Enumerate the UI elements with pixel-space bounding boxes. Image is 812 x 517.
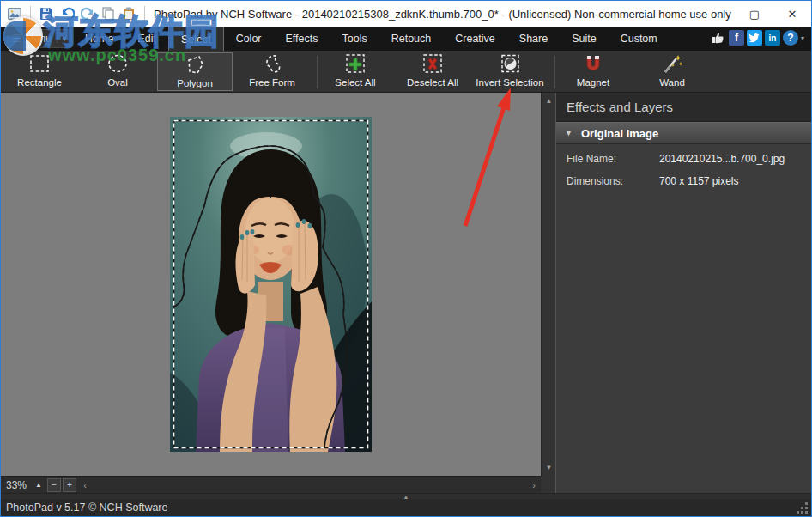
tab-creative[interactable]: Creative bbox=[443, 27, 507, 51]
button-label: Free Form bbox=[249, 77, 295, 88]
magnet-button[interactable]: Magnet bbox=[555, 52, 631, 91]
deselect-all-button[interactable]: Deselect All bbox=[395, 52, 470, 91]
titlebar-separator bbox=[30, 6, 31, 21]
vertical-scrollbar[interactable]: ▲ ▼ bbox=[541, 93, 555, 476]
linkedin-icon[interactable]: in bbox=[765, 30, 780, 46]
tab-home[interactable]: Home bbox=[73, 27, 125, 51]
window-title: PhotoPad by NCH Software - 2014021021530… bbox=[154, 8, 731, 21]
freeform-select-icon bbox=[259, 52, 285, 76]
like-icon[interactable] bbox=[711, 30, 726, 46]
zoom-dropdown-icon[interactable]: ▲ bbox=[32, 478, 45, 492]
social-links: f in ? ▾ bbox=[711, 30, 804, 46]
redo-icon[interactable] bbox=[79, 5, 96, 22]
panel-title: Effects and Layers bbox=[556, 93, 811, 122]
button-label: Wand bbox=[659, 77, 685, 88]
original-image-layer-header[interactable]: ▼ Original Image bbox=[556, 122, 811, 144]
field-label: File Name: bbox=[567, 153, 659, 165]
statusbar: PhotoPad v 5.17 © NCH Software bbox=[1, 499, 811, 516]
button-label: Oval bbox=[107, 77, 128, 88]
dimensions-row: Dimensions: 700 x 1157 pixels bbox=[556, 167, 811, 189]
minimize-button[interactable]: — bbox=[698, 1, 736, 27]
menu-button[interactable]: ☰ Menu ▾ bbox=[7, 29, 72, 48]
copy-icon[interactable] bbox=[100, 5, 117, 22]
tab-select[interactable]: Select bbox=[168, 27, 224, 51]
file-name-row: File Name: 20140210215...b.700_0.jpg bbox=[556, 144, 811, 167]
twitter-icon[interactable] bbox=[747, 30, 762, 46]
effects-layers-panel: Effects and Layers ▼ Original Image File… bbox=[555, 93, 811, 493]
tab-edit[interactable]: Edit bbox=[125, 27, 168, 51]
field-value: 700 x 1157 pixels bbox=[659, 175, 739, 187]
button-label: Rectangle bbox=[17, 77, 62, 88]
tab-suite[interactable]: Suite bbox=[560, 27, 609, 51]
scroll-up-icon[interactable]: ▲ bbox=[542, 94, 556, 107]
oval-select-button[interactable]: Oval bbox=[80, 52, 155, 91]
scrollbar-corner bbox=[541, 476, 555, 493]
tab-custom[interactable]: Custom bbox=[609, 27, 670, 51]
deselect-all-icon bbox=[420, 52, 445, 76]
paste-icon[interactable] bbox=[120, 5, 137, 22]
button-label: Deselect All bbox=[407, 77, 458, 88]
status-text: PhotoPad v 5.17 © NCH Software bbox=[6, 502, 167, 514]
button-label: Magnet bbox=[577, 77, 609, 88]
collapse-triangle-icon: ▼ bbox=[565, 129, 573, 137]
button-label: Invert Selection bbox=[476, 77, 543, 88]
hamburger-icon: ☰ bbox=[8, 33, 26, 45]
app-image-icon[interactable] bbox=[6, 5, 23, 22]
image-canvas[interactable] bbox=[1, 93, 541, 476]
tab-effects[interactable]: Effects bbox=[274, 27, 330, 51]
select-all-icon bbox=[342, 52, 368, 76]
tab-retouch[interactable]: Retouch bbox=[379, 27, 444, 51]
maximize-button[interactable]: ▢ bbox=[736, 1, 773, 27]
freeform-select-button[interactable]: Free Form bbox=[234, 52, 310, 91]
wand-icon bbox=[659, 52, 685, 76]
wand-button[interactable]: Wand bbox=[634, 52, 710, 91]
magnet-icon bbox=[580, 52, 606, 76]
select-ribbon: Rectangle Oval Polygon Free Form Select bbox=[1, 51, 811, 93]
zoom-and-scroll-bar: 33% ▲ − + ‹ › bbox=[1, 476, 541, 493]
scroll-down-icon[interactable]: ▼ bbox=[542, 461, 556, 474]
button-label: Select All bbox=[335, 77, 375, 88]
chevron-down-icon: ▾ bbox=[57, 34, 72, 43]
polygon-select-icon bbox=[182, 53, 208, 77]
close-button[interactable]: ✕ bbox=[773, 1, 811, 27]
resize-grip[interactable] bbox=[797, 502, 808, 514]
rectangle-select-icon bbox=[27, 52, 52, 76]
scroll-left-icon[interactable]: ‹ bbox=[78, 478, 92, 492]
field-value: 20140210215...b.700_0.jpg bbox=[659, 153, 785, 165]
titlebar-separator bbox=[144, 6, 145, 21]
invert-selection-icon bbox=[497, 52, 523, 76]
chevron-down-icon[interactable]: ▾ bbox=[801, 34, 804, 42]
photo-document[interactable] bbox=[170, 117, 372, 452]
invert-selection-button[interactable]: Invert Selection bbox=[472, 52, 548, 91]
zoom-out-button[interactable]: − bbox=[47, 478, 61, 492]
save-icon[interactable] bbox=[38, 5, 55, 22]
select-all-button[interactable]: Select All bbox=[318, 52, 393, 91]
field-label: Dimensions: bbox=[567, 175, 659, 187]
polygon-select-button[interactable]: Polygon bbox=[157, 52, 233, 91]
ribbon-tabs: Home Edit Select Color Effects Tools Ret… bbox=[73, 27, 670, 51]
menu-button-label: Menu bbox=[26, 33, 57, 45]
scroll-right-icon[interactable]: › bbox=[527, 478, 541, 492]
horizontal-scrollbar[interactable] bbox=[92, 478, 527, 492]
tab-tools[interactable]: Tools bbox=[330, 27, 379, 51]
facebook-icon[interactable]: f bbox=[729, 30, 744, 46]
help-icon[interactable]: ? bbox=[783, 30, 798, 46]
bottom-panel-collapse-strip[interactable]: ▲ bbox=[1, 493, 811, 499]
rectangle-select-button[interactable]: Rectangle bbox=[2, 52, 77, 91]
zoom-level[interactable]: 33% bbox=[1, 479, 32, 491]
oval-select-icon bbox=[105, 52, 130, 76]
expand-up-icon: ▲ bbox=[403, 495, 409, 499]
zoom-in-button[interactable]: + bbox=[63, 478, 76, 492]
menubar: ☰ Menu ▾ Home Edit Select Color Effects … bbox=[1, 27, 811, 51]
undo-icon[interactable] bbox=[58, 5, 76, 22]
tab-share[interactable]: Share bbox=[507, 27, 560, 51]
titlebar: PhotoPad by NCH Software - 2014021021530… bbox=[1, 1, 811, 27]
tab-color[interactable]: Color bbox=[224, 27, 274, 51]
layer-name: Original Image bbox=[581, 127, 658, 140]
button-label: Polygon bbox=[177, 78, 213, 88]
photopad-window: PhotoPad by NCH Software - 2014021021530… bbox=[0, 0, 812, 517]
